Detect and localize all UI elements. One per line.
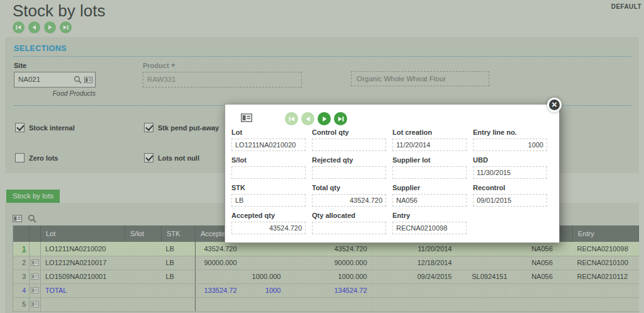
modal-record-navigation (285, 112, 347, 125)
modal-field-supplier-lot: Supplier lot (392, 156, 468, 179)
modal-field-value: RECNA0210098 (392, 222, 467, 234)
modal-field-value: LB (231, 194, 306, 207)
modal-field-label: UBD (473, 156, 548, 164)
modal-field-entry-line-no-: Entry line no.1000 (473, 128, 548, 151)
modal-field-value: LO1211NA0210020 (231, 139, 306, 151)
modal-field-control-qty: Control qty (312, 128, 387, 151)
modal-first-record-button (285, 112, 298, 125)
modal-field-value (392, 166, 467, 179)
modal-field-label: Rejected qty (312, 156, 387, 164)
stock-by-lots-screen: Stock by lots DEFAULT SELECTIONS Site NA… (0, 0, 644, 313)
modal-field-value: 11/20/2014 (392, 139, 467, 151)
modal-field-accepted-qty: Accepted qty43524.720 (231, 212, 307, 234)
modal-field-value (312, 166, 386, 179)
modal-field-s-lot: S/lot (231, 156, 307, 179)
modal-last-record-button[interactable] (334, 112, 347, 125)
modal-field-label: Total qty (312, 184, 387, 191)
modal-field-value (312, 139, 386, 151)
modal-detail-icon[interactable] (241, 113, 252, 122)
modal-field-label: Qty allocated (312, 212, 387, 219)
modal-field-qty-allocated: Qty allocated (312, 212, 387, 234)
modal-field-label: Entry (392, 212, 468, 219)
modal-field-label: Recontrol (473, 184, 548, 191)
modal-field-value: 43524.720 (312, 194, 386, 207)
modal-field-lot-creation: Lot creation11/20/2014 (392, 128, 468, 151)
modal-field-value: 11/30/2015 (473, 166, 547, 179)
modal-next-record-button[interactable] (318, 112, 331, 125)
modal-field-label: Control qty (312, 128, 387, 136)
modal-close-button[interactable]: × (547, 98, 562, 112)
modal-field-label: STK (231, 184, 307, 191)
lot-detail-modal: × LotLO1211NA0210020Control qtyLot creat… (225, 104, 560, 243)
modal-field-value: NA056 (392, 194, 467, 207)
modal-field-value (231, 166, 306, 179)
modal-field-lot: LotLO1211NA0210020 (231, 128, 307, 151)
modal-field-recontrol: Recontrol09/01/2015 (473, 184, 548, 207)
modal-field-ubd: UBD11/30/2015 (473, 156, 548, 179)
modal-field-total-qty: Total qty43524.720 (312, 184, 387, 207)
modal-field-label: Entry line no. (473, 128, 548, 136)
modal-field-supplier: SupplierNA056 (392, 184, 468, 207)
modal-field-entry: EntryRECNA0210098 (392, 212, 468, 234)
modal-field-label: Supplier (392, 184, 468, 191)
modal-field-value: 43524.720 (231, 222, 306, 234)
modal-field-label: Lot creation (392, 128, 468, 136)
modal-field-label: Lot (231, 128, 307, 136)
modal-field-label: Supplier lot (392, 156, 468, 164)
modal-field-value: 09/01/2015 (473, 194, 547, 207)
modal-previous-record-button (301, 112, 314, 125)
modal-field-label: Accepted qty (231, 212, 307, 219)
modal-field-stk: STKLB (231, 184, 307, 207)
modal-field-value (312, 222, 386, 234)
modal-field-value: 1000 (473, 139, 547, 151)
modal-field-rejected-qty: Rejected qty (312, 156, 387, 179)
modal-field-label: S/lot (231, 156, 307, 164)
